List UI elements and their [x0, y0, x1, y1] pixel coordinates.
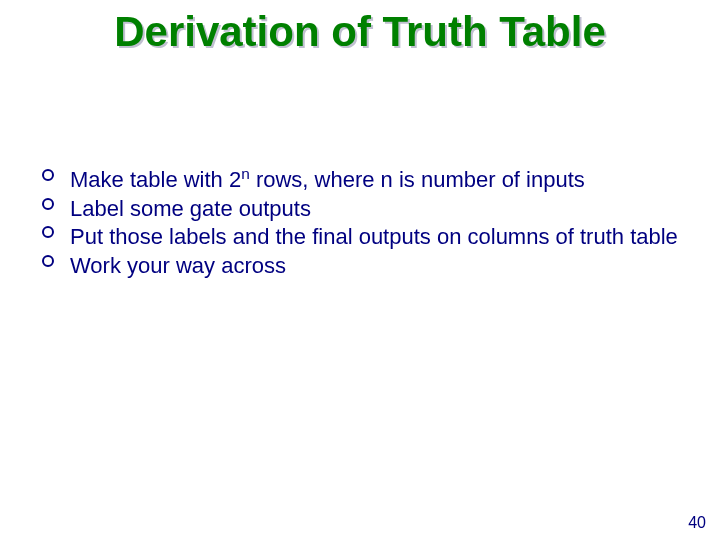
slide-title: Derivation of Truth Table	[0, 0, 720, 56]
list-item: Put those labels and the final outputs o…	[36, 223, 684, 251]
list-item: Make table with 2n rows, where n is numb…	[36, 166, 684, 194]
bullet-marker-icon	[42, 169, 54, 181]
bullet-list: Make table with 2n rows, where n is numb…	[36, 166, 684, 279]
slide-content: Make table with 2n rows, where n is numb…	[0, 166, 720, 279]
list-item: Label some gate outputs	[36, 195, 684, 223]
list-item: Work your way across	[36, 252, 684, 280]
bullet-text: Make table with 2n rows, where n is numb…	[70, 167, 585, 192]
bullet-text: Work your way across	[70, 253, 286, 278]
page-number: 40	[688, 514, 706, 532]
bullet-marker-icon	[42, 198, 54, 210]
bullet-text: Put those labels and the final outputs o…	[70, 224, 678, 249]
bullet-marker-icon	[42, 255, 54, 267]
bullet-text: Label some gate outputs	[70, 196, 311, 221]
bullet-marker-icon	[42, 226, 54, 238]
